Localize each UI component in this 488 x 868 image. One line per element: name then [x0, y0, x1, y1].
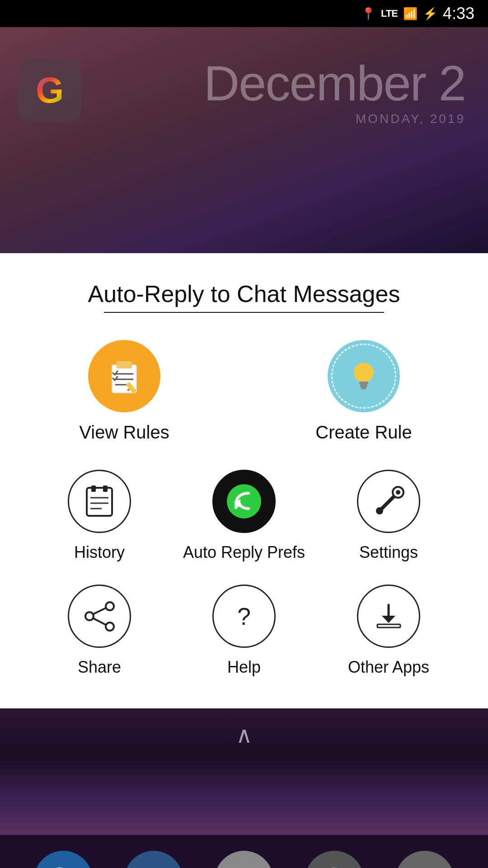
question-svg: ? — [227, 599, 261, 633]
svg-point-23 — [396, 490, 400, 495]
history-icon — [68, 470, 131, 533]
svg-rect-12 — [87, 488, 112, 516]
share-button[interactable]: Share — [27, 585, 172, 677]
status-icons: 📍 LTE 📶 ⚡ 4:33 — [361, 4, 474, 23]
other-apps-button[interactable]: Other Apps — [316, 585, 461, 677]
view-rules-icon — [88, 340, 160, 412]
history-button[interactable]: History — [27, 470, 172, 562]
svg-rect-14 — [103, 486, 108, 492]
other-apps-label: Other Apps — [348, 658, 429, 677]
dock-chrome-icon[interactable] — [305, 851, 364, 868]
svg-rect-30 — [377, 624, 400, 627]
auto-reply-prefs-icon — [212, 470, 276, 533]
dock-sms-icon[interactable] — [124, 851, 183, 868]
create-rule-button[interactable]: Create Rule — [267, 340, 461, 443]
status-time: 4:33 — [443, 4, 474, 23]
help-button[interactable]: ? Help — [172, 585, 316, 677]
icon-grid: View Rules Create Rule — [27, 340, 461, 677]
top-icon-row: View Rules Create Rule — [27, 340, 461, 443]
auto-reply-dialog: Auto-Reply to Chat Messages — [0, 253, 488, 708]
share-label: Share — [78, 658, 121, 677]
svg-point-25 — [106, 623, 114, 631]
lte-icon: LTE — [381, 8, 398, 19]
settings-button[interactable]: Settings — [316, 470, 461, 562]
dock-play-icon[interactable] — [395, 851, 454, 868]
google-logo: G — [36, 70, 64, 111]
status-bar: 📍 LTE 📶 ⚡ 4:33 — [0, 0, 488, 27]
dock-phone-icon[interactable] — [34, 851, 93, 868]
other-apps-icon — [357, 585, 420, 648]
signal-icon: 📶 — [403, 7, 418, 21]
help-label: Help — [227, 658, 261, 677]
view-rules-button[interactable]: View Rules — [27, 340, 221, 443]
chevron-up-icon[interactable]: ∧ — [236, 722, 253, 748]
clipboard-icon — [104, 356, 145, 396]
wrench-svg — [372, 485, 406, 519]
battery-icon: ⚡ — [423, 7, 437, 21]
dialog-title: Auto-Reply to Chat Messages — [27, 280, 461, 307]
auto-reply-prefs-button[interactable]: Auto Reply Prefs — [172, 470, 316, 562]
google-search-widget[interactable]: G — [18, 59, 81, 122]
date-main: December 2 — [204, 54, 465, 112]
notepad-svg — [81, 483, 117, 519]
download-svg — [372, 599, 406, 633]
reply-arrow-svg — [226, 483, 262, 519]
create-rule-icon — [328, 340, 400, 412]
help-icon: ? — [212, 585, 276, 648]
date-sub: MONDAY, 2019 — [204, 112, 465, 126]
svg-line-27 — [94, 608, 106, 614]
middle-icon-row: History Auto Reply Prefs — [27, 470, 461, 562]
auto-reply-prefs-label: Auto Reply Prefs — [183, 543, 305, 562]
settings-label: Settings — [359, 543, 418, 562]
svg-text:?: ? — [237, 603, 250, 630]
home-wallpaper: G December 2 MONDAY, 2019 — [0, 27, 488, 253]
app-dock — [0, 835, 488, 868]
bottom-icon-row: Share ? Help Other Apps — [27, 585, 461, 677]
title-divider — [104, 312, 384, 313]
svg-rect-2 — [117, 361, 132, 368]
svg-point-18 — [227, 484, 261, 519]
svg-point-22 — [376, 507, 383, 514]
date-display: December 2 MONDAY, 2019 — [204, 54, 465, 126]
view-rules-label: View Rules — [79, 422, 169, 443]
svg-rect-13 — [91, 486, 96, 492]
share-icon — [68, 585, 131, 648]
dotted-border — [331, 344, 396, 409]
share-svg — [83, 599, 117, 633]
bottom-wallpaper: ∧ — [0, 708, 488, 835]
settings-icon — [357, 470, 420, 533]
create-rule-label: Create Rule — [315, 422, 412, 443]
svg-point-24 — [106, 602, 114, 610]
svg-point-26 — [85, 612, 94, 620]
history-label: History — [74, 543, 125, 562]
dock-gmail-icon[interactable] — [215, 851, 273, 868]
location-icon: 📍 — [361, 7, 375, 21]
svg-line-28 — [94, 618, 106, 625]
svg-marker-32 — [382, 616, 395, 623]
